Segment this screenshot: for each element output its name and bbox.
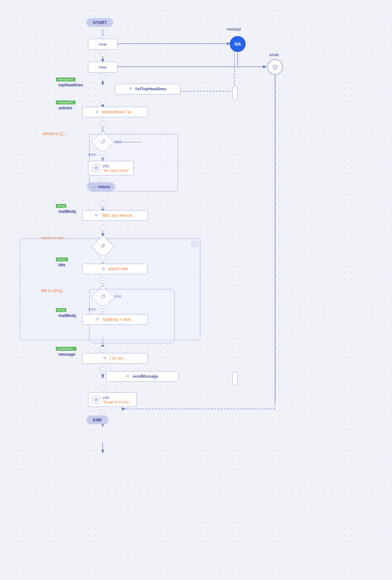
plus-10[interactable]: + <box>100 256 106 261</box>
newsapi-label: newsapi <box>227 27 241 32</box>
plus-2[interactable]: + <box>100 51 106 57</box>
string-badge-3: string <box>56 308 66 312</box>
plus-9[interactable]: + <box>100 225 106 231</box>
loop-badge: ∞ <box>192 241 197 246</box>
email-service-node[interactable]: ⊙ <box>267 59 283 75</box>
plus-8[interactable]: + <box>100 201 106 207</box>
mailbody-assign-rect[interactable]: = "BBC top news ar... <box>82 210 148 221</box>
new1-node[interactable]: new <box>88 39 118 50</box>
string-badge-1: string <box>56 204 66 208</box>
title-assign-rect[interactable]: = article?.title <box>82 264 148 274</box>
articles-condition-label: articles is [] |... <box>43 131 68 136</box>
server-stub-1 <box>232 86 238 100</box>
plus-12[interactable]: + <box>100 305 106 311</box>
plus-6[interactable]: + <box>100 151 106 157</box>
sendmessage-assign-group: = sendMessage <box>88 371 196 382</box>
newsapi-badge-1: newsapiWS. <box>56 78 76 81</box>
topheadlines-assign-rect[interactable]: = listTopHeadlines <box>115 84 181 94</box>
log2-node[interactable]: info "Email sent succ... <box>88 392 137 407</box>
string-badge-2: string? <box>56 257 68 261</box>
plus-13[interactable]: + <box>100 346 106 352</box>
message-assign-rect[interactable]: = { to: em... <box>82 353 148 364</box>
plus-15[interactable]: + <box>100 386 106 392</box>
diamond-2[interactable]: ↺ <box>95 238 111 255</box>
articles-assign-rect[interactable]: = topHeadlines?.ar... <box>82 107 148 117</box>
newsapi-badge-2: newsapiWS. <box>56 100 76 104</box>
plus-3[interactable]: + <box>100 74 106 80</box>
plus-16[interactable]: + <box>100 410 106 416</box>
svg-point-32 <box>96 398 97 399</box>
server-stub-2 <box>232 372 238 385</box>
end-node: END <box>86 415 108 424</box>
log1-node[interactable]: info "No news found" <box>88 161 134 175</box>
email-label: email <box>269 53 279 57</box>
email-badge: email.Mess... <box>56 347 76 351</box>
svg-point-29 <box>96 167 97 167</box>
flow-diagram: START + new newsapi NA + new email ⊙ + n… <box>0 0 392 580</box>
plus-5[interactable]: + <box>100 121 106 127</box>
plus-11[interactable]: + <box>100 278 106 283</box>
plus-4[interactable]: + <box>100 99 106 104</box>
new2-node[interactable]: new <box>88 62 118 73</box>
start-node: START <box>86 18 113 27</box>
title-condition-label: title is string ... <box>41 288 66 293</box>
return-node[interactable]: ← return <box>87 182 115 191</box>
newsapi-service-node[interactable]: NA <box>230 36 246 52</box>
mailbody2-assign-rect[interactable]: = mailBody + strin... <box>82 314 148 325</box>
sendmessage-assign-rect[interactable]: = sendMessage <box>106 371 178 382</box>
